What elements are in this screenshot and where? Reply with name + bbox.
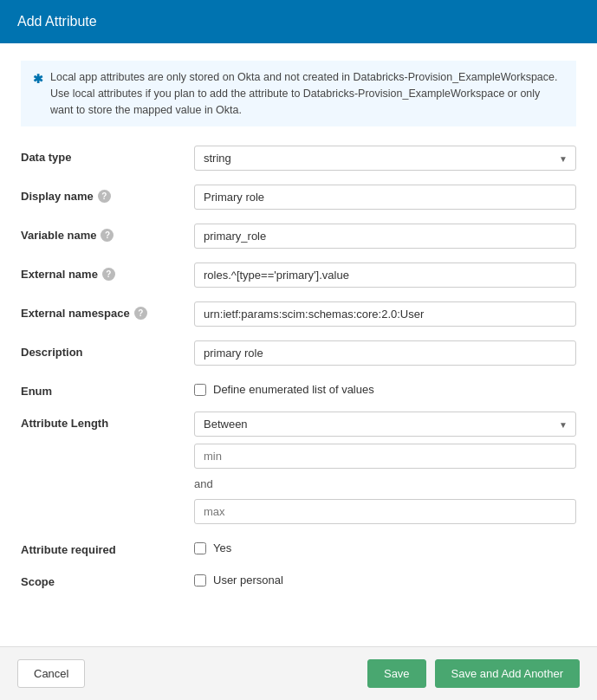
modal-title: Add Attribute: [17, 14, 97, 29]
data-type-label: Data type: [21, 146, 194, 164]
data-type-select[interactable]: string integer number boolean: [194, 146, 576, 171]
attribute-required-checkbox-row: Yes: [194, 538, 576, 554]
external-name-label: External name ?: [21, 262, 194, 281]
display-name-label: Display name ?: [21, 185, 194, 203]
data-type-select-wrapper: string integer number boolean ▼: [194, 146, 576, 171]
data-type-control: string integer number boolean ▼: [194, 146, 576, 171]
external-name-row: External name ?: [21, 262, 576, 288]
enum-label: Enum: [21, 379, 194, 398]
attribute-required-label: Attribute required: [21, 538, 194, 556]
external-name-input[interactable]: [194, 262, 576, 288]
and-label: and: [194, 476, 576, 492]
attribute-required-control: Yes: [194, 538, 576, 554]
external-namespace-control: [194, 301, 576, 327]
attribute-length-row: Attribute Length Between Exactly Minimum…: [21, 412, 576, 524]
cancel-button[interactable]: Cancel: [17, 659, 85, 688]
scope-checkbox-label: User personal: [213, 574, 283, 587]
external-namespace-help-icon[interactable]: ?: [134, 307, 147, 320]
scope-label: Scope: [21, 570, 194, 588]
scope-checkbox[interactable]: [194, 574, 206, 587]
attribute-required-checkbox[interactable]: [194, 542, 206, 554]
attribute-length-select[interactable]: Between Exactly Minimum Maximum: [194, 412, 576, 437]
enum-checkbox[interactable]: [194, 384, 206, 396]
display-name-help-icon[interactable]: ?: [98, 190, 111, 203]
external-name-help-icon[interactable]: ?: [102, 268, 115, 281]
info-box: ✱ Local app attributes are only stored o…: [21, 61, 576, 126]
save-and-add-button[interactable]: Save and Add Another: [435, 659, 580, 688]
variable-name-input[interactable]: [194, 224, 576, 249]
enum-control: Define enumerated list of values: [194, 379, 576, 396]
variable-name-row: Variable name ?: [21, 224, 576, 249]
save-button[interactable]: Save: [367, 659, 426, 688]
description-input[interactable]: [194, 340, 576, 366]
scope-control: User personal: [194, 570, 576, 587]
variable-name-help-icon[interactable]: ?: [101, 229, 114, 242]
enum-checkbox-label: Define enumerated list of values: [213, 383, 374, 396]
external-namespace-input[interactable]: [194, 301, 576, 327]
modal-body: ✱ Local app attributes are only stored o…: [0, 43, 597, 646]
attribute-length-label: Attribute Length: [21, 412, 194, 430]
enum-checkbox-row: Define enumerated list of values: [194, 379, 576, 396]
description-control: [194, 340, 576, 366]
external-name-control: [194, 262, 576, 288]
modal-header: Add Attribute: [0, 0, 597, 43]
external-namespace-label: External namespace ?: [21, 301, 194, 320]
modal-footer: Cancel Save Save and Add Another: [0, 646, 597, 700]
attribute-required-checkbox-label: Yes: [213, 541, 231, 554]
data-type-row: Data type string integer number boolean …: [21, 146, 576, 171]
info-icon: ✱: [33, 70, 43, 118]
variable-name-label: Variable name ?: [21, 224, 194, 242]
scope-checkbox-row: User personal: [194, 570, 576, 587]
attribute-length-section: Between Exactly Minimum Maximum ▼ and: [194, 412, 576, 524]
variable-name-control: [194, 224, 576, 249]
attribute-length-select-wrapper: Between Exactly Minimum Maximum ▼: [194, 412, 576, 437]
description-row: Description: [21, 340, 576, 366]
attribute-length-control: Between Exactly Minimum Maximum ▼ and: [194, 412, 576, 524]
attribute-length-max-input[interactable]: [194, 499, 576, 524]
attribute-length-min-input[interactable]: [194, 444, 576, 469]
display-name-input[interactable]: [194, 185, 576, 210]
display-name-row: Display name ?: [21, 185, 576, 210]
info-text: Local app attributes are only stored on …: [50, 69, 564, 118]
enum-row: Enum Define enumerated list of values: [21, 379, 576, 398]
description-label: Description: [21, 340, 194, 359]
modal-container: Add Attribute ✱ Local app attributes are…: [0, 0, 597, 700]
external-namespace-row: External namespace ?: [21, 301, 576, 327]
display-name-control: [194, 185, 576, 210]
attribute-required-row: Attribute required Yes: [21, 538, 576, 556]
scope-row: Scope User personal: [21, 570, 576, 588]
